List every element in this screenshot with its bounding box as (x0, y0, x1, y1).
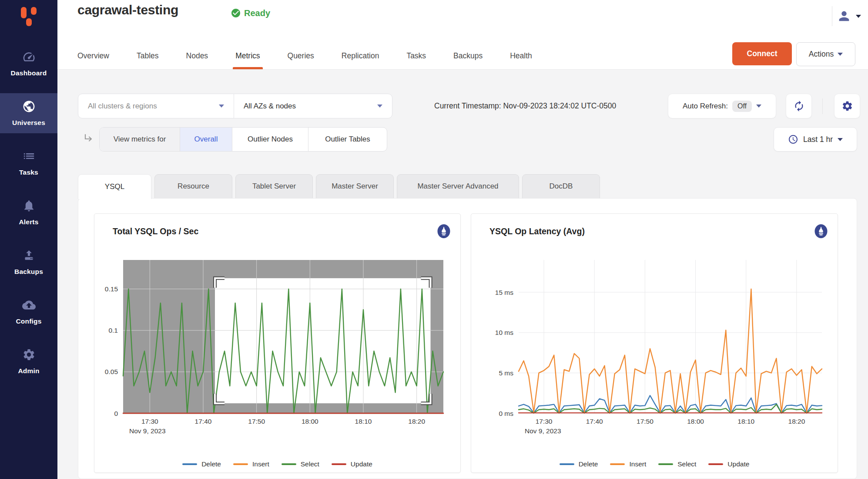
svg-text:18:00: 18:00 (687, 418, 704, 425)
chevron-down-icon (838, 138, 843, 141)
chevron-down-icon (219, 105, 224, 108)
chart-legend: DeleteInsertSelectUpdate (471, 460, 838, 468)
yugabyte-logo[interactable] (0, 0, 57, 44)
legend-label: Select (677, 460, 696, 468)
auto-refresh-value: Off (732, 101, 752, 112)
metrics-panel: Total YSQL Ops / Sec 00.050.10.1517:3017… (78, 198, 857, 479)
actions-button[interactable]: Actions (796, 42, 855, 66)
tab-queries[interactable]: Queries (288, 42, 314, 69)
legend-label: Delete (201, 460, 221, 468)
total-ysql-ops-chart[interactable]: 00.050.10.1517:3017:4017:5018:0018:1018:… (94, 253, 460, 440)
clusters-regions-value: All clusters & regions (88, 102, 157, 111)
metric-tab-master-server[interactable]: Master Server (316, 174, 394, 198)
legend-item-select[interactable]: Select (282, 460, 319, 468)
clusters-regions-select[interactable]: All clusters & regions (78, 94, 234, 118)
legend-swatch-icon (233, 463, 248, 465)
metric-tab-master-server-advanced[interactable]: Master Server Advanced (397, 174, 519, 198)
sidebar-item-backups[interactable]: Backups (0, 242, 57, 282)
refresh-button[interactable] (786, 94, 812, 118)
gauge-icon (22, 50, 36, 65)
tab-replication[interactable]: Replication (342, 42, 379, 69)
cloud-upload-icon (22, 298, 36, 314)
refresh-icon (793, 100, 805, 112)
legend-item-update[interactable]: Update (332, 460, 372, 468)
legend-swatch-icon (658, 463, 673, 465)
status-label: Ready (244, 8, 270, 18)
legend-item-insert[interactable]: Insert (233, 460, 269, 468)
ysql-op-latency-chart[interactable]: 0 ms5 ms10 ms15 ms17:3017:4017:5018:0018… (471, 253, 838, 440)
legend-item-delete[interactable]: Delete (560, 460, 598, 468)
sidebar: Dashboard Universes Tasks Alerts Backups… (0, 0, 57, 479)
tab-health[interactable]: Health (510, 42, 532, 69)
metric-tab-tablet-server[interactable]: Tablet Server (235, 174, 313, 198)
chart-title: Total YSQL Ops / Sec (113, 226, 198, 236)
azs-nodes-value: All AZs & nodes (244, 102, 296, 111)
bell-icon (22, 199, 36, 214)
azs-nodes-select[interactable]: All AZs & nodes (234, 94, 392, 118)
divider (832, 6, 832, 26)
legend-item-delete[interactable]: Delete (182, 460, 221, 468)
svg-text:17:50: 17:50 (248, 418, 265, 425)
prometheus-icon[interactable] (436, 223, 452, 239)
sidebar-item-label: Alerts (19, 218, 38, 226)
clock-icon (788, 134, 798, 145)
divider (822, 98, 823, 114)
globe-icon (22, 100, 36, 115)
view-metrics-for-group: View metrics for Overall Outlier Nodes O… (99, 127, 387, 152)
svg-text:5 ms: 5 ms (499, 369, 513, 377)
current-timestamp: Current Timestamp: Nov-09-2023 18:24:02 … (434, 94, 616, 118)
universe-nav-tabs: Overview Tables Nodes Metrics Queries Re… (77, 42, 532, 69)
tab-tasks[interactable]: Tasks (406, 42, 426, 69)
metrics-content: All clusters & regions All AZs & nodes C… (57, 70, 868, 479)
sidebar-item-universes[interactable]: Universes (0, 93, 57, 133)
view-option-outlier-nodes[interactable]: Outlier Nodes (232, 128, 308, 151)
tab-tables[interactable]: Tables (137, 42, 159, 69)
view-option-outlier-tables[interactable]: Outlier Tables (308, 128, 387, 151)
legend-item-insert[interactable]: Insert (610, 460, 646, 468)
chart-title: YSQL Op Latency (Avg) (489, 226, 585, 236)
legend-item-update[interactable]: Update (708, 460, 749, 468)
tab-metrics[interactable]: Metrics (235, 42, 260, 69)
svg-text:18:10: 18:10 (355, 418, 372, 425)
view-option-overall[interactable]: Overall (180, 128, 232, 151)
sidebar-item-label: Configs (16, 317, 41, 325)
chart-card-ysql-op-latency: YSQL Op Latency (Avg) 0 ms5 ms10 ms15 ms… (471, 213, 838, 473)
metric-tab-resource[interactable]: Resource (154, 174, 232, 198)
svg-text:0: 0 (114, 410, 118, 417)
svg-text:17:50: 17:50 (637, 418, 654, 425)
sidebar-item-configs[interactable]: Configs (0, 292, 57, 332)
prometheus-icon[interactable] (813, 223, 829, 239)
sidebar-item-dashboard[interactable]: Dashboard (0, 44, 57, 84)
gear-icon (841, 100, 853, 112)
tab-overview[interactable]: Overview (77, 42, 109, 69)
metric-tab-ysql[interactable]: YSQL (78, 174, 151, 199)
legend-label: Insert (252, 460, 269, 468)
sidebar-item-admin[interactable]: Admin (0, 341, 57, 381)
actions-label: Actions (809, 50, 834, 59)
svg-text:0 ms: 0 ms (499, 410, 513, 417)
view-metrics-for-label: View metrics for (100, 128, 180, 151)
metric-tab-docdb[interactable]: DocDB (522, 174, 600, 198)
sidebar-item-alerts[interactable]: Alerts (0, 192, 57, 233)
legend-item-select[interactable]: Select (658, 460, 696, 468)
svg-text:0.15: 0.15 (105, 285, 118, 293)
scope-filters: All clusters & regions All AZs & nodes (78, 94, 392, 118)
tab-nodes[interactable]: Nodes (186, 42, 208, 69)
user-avatar-icon (837, 9, 851, 24)
time-range-select[interactable]: Last 1 hr (774, 127, 857, 152)
tab-backups[interactable]: Backups (453, 42, 483, 69)
svg-text:0.05: 0.05 (105, 368, 118, 375)
auto-refresh-control[interactable]: Auto Refresh: Off (668, 94, 776, 118)
sidebar-item-tasks[interactable]: Tasks (0, 143, 57, 183)
auto-refresh-label: Auto Refresh: (683, 102, 728, 111)
svg-text:17:30: 17:30 (141, 418, 158, 425)
svg-text:0.1: 0.1 (108, 327, 118, 334)
legend-swatch-icon (610, 463, 625, 465)
metrics-settings-button[interactable] (834, 94, 860, 118)
legend-label: Update (727, 460, 749, 468)
connect-button[interactable]: Connect (732, 42, 792, 65)
legend-swatch-icon (708, 463, 723, 465)
user-menu[interactable] (832, 6, 861, 26)
metric-category-tabs: YSQL Resource Tablet Server Master Serve… (78, 174, 600, 198)
legend-label: Delete (579, 460, 598, 468)
